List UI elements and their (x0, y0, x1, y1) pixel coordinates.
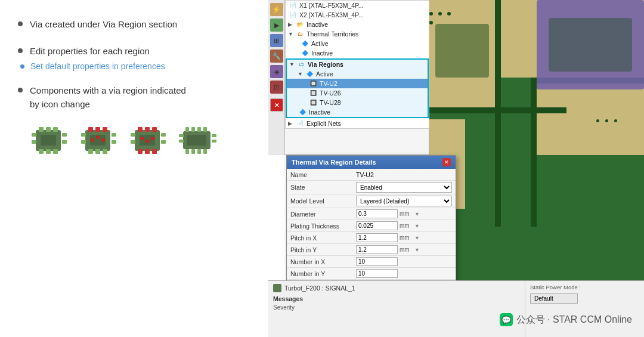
toolbar-icon-delete[interactable]: ✕ (270, 98, 283, 112)
svg-rect-53 (212, 134, 216, 137)
chip-icon-2 (79, 124, 118, 157)
tree-view: 📄 X1 [XTAL-F5X3M_4P... 📄 X2 [XTAL-F5X3M_… (285, 0, 429, 129)
svg-rect-47 (185, 149, 189, 154)
dialog-unit-pitchy: mm (400, 246, 414, 253)
dialog-unit-pitchx: mm (400, 234, 414, 241)
tree-icon-active2: 🔷 (305, 70, 314, 78)
wechat-icon: 💬 (500, 313, 513, 326)
tree-item-inactive3[interactable]: 🔷 Inactive (287, 107, 428, 117)
tree-item-active1[interactable]: 🔷 Active (286, 39, 429, 48)
watermark: 💬 公众号 · STAR CCM Online (500, 313, 632, 326)
dialog-row-pitchy: Pitch in Y mm ▼ (287, 244, 456, 256)
toolbar-icon-5[interactable]: ◈ (270, 65, 283, 78)
dialog-input-numx[interactable] (356, 257, 398, 266)
dialog-input-pitchy[interactable] (356, 245, 398, 254)
static-power-value[interactable]: Default (530, 293, 578, 304)
tree-item-active2[interactable]: ▼ 🔷 Active (287, 69, 428, 79)
bullet-text-1: Via created under Via Region section (30, 18, 177, 32)
svg-rect-17 (95, 149, 100, 154)
svg-rect-28 (138, 127, 143, 132)
dialog-input-pitchx[interactable] (356, 233, 398, 242)
tree-item-tv-u26[interactable]: 🔲 TV-U26 (287, 88, 428, 98)
signal-icon (273, 284, 281, 292)
svg-point-39 (140, 137, 144, 140)
dialog-input-numy[interactable] (356, 269, 398, 278)
dialog-row-model: Model Level Layered (Detailed) Simple (287, 194, 456, 208)
dialog-label-model: Model Level (290, 197, 356, 205)
tree-label-via: Via Regions (308, 61, 343, 68)
dialog-close-button[interactable]: ✕ (442, 158, 451, 166)
dialog-value-name: TV-U2 (356, 171, 452, 178)
svg-text:💬: 💬 (501, 315, 512, 325)
tree-label-tv-u28: TV-U28 (320, 99, 341, 106)
dialog-dropdown-plating[interactable]: ▼ (414, 223, 420, 229)
bullet-text-2: Edit properties for each region (30, 45, 150, 58)
tree-item-x2[interactable]: 📄 X2 [XTAL-F5X3M_4P... (286, 10, 429, 20)
svg-rect-49 (197, 149, 201, 154)
tree-item-explicit[interactable]: ▶ 📄 Explicit Nets (286, 119, 429, 128)
tree-item-tv-u28[interactable]: 🔲 TV-U28 (287, 98, 428, 107)
sub-bullet-dot (20, 64, 24, 69)
left-panel: Via created under Via Region section Edi… (18, 18, 274, 157)
svg-point-40 (145, 140, 149, 143)
svg-point-24 (91, 138, 94, 142)
right-panel: ⚡ ▶ ⊞ 🔧 ◈ ⊡ ✕ 📄 X1 [XTAL-F5X3M_4P... 📄 X… (268, 0, 644, 337)
svg-rect-51 (179, 134, 184, 137)
chip-icon-3 (129, 124, 168, 157)
dialog-label-diameter: Diameter (290, 211, 356, 218)
tree-item-x1[interactable]: 📄 X1 [XTAL-F5X3M_4P... (286, 1, 429, 10)
svg-rect-33 (152, 149, 157, 154)
expand-icon-active2: ▼ (298, 71, 304, 77)
tree-label-thermal: Thermal Territories (306, 30, 358, 38)
toolbar-icon-4[interactable]: 🔧 (270, 50, 283, 63)
dialog-title-bar: Thermal Via Region Details ✕ (287, 156, 456, 169)
bullet-dot (18, 21, 23, 26)
messages-filter-row: Severity (273, 304, 520, 311)
svg-rect-50 (203, 149, 207, 154)
dialog-label-pitchx: Pitch in X (290, 234, 356, 242)
toolbar-icon-6[interactable]: ⊡ (270, 81, 283, 94)
tree-item-via-regions[interactable]: ▼ 🗂 Via Regions (287, 60, 428, 69)
tree-label-x2: X2 [XTAL-F5X3M_4P... (299, 11, 364, 18)
svg-rect-6 (53, 149, 58, 154)
svg-rect-1 (39, 127, 44, 132)
tree-label-tv-u26: TV-U26 (320, 89, 341, 97)
svg-rect-31 (138, 149, 143, 154)
dialog-dropdown-pitchy[interactable]: ▼ (414, 247, 420, 253)
toolbar-icon-1[interactable]: ⚡ (270, 3, 283, 16)
tree-item-inactive1[interactable]: ▶ 📂 Inactive (286, 20, 429, 29)
dialog-label-pitchy: Pitch in Y (290, 246, 356, 253)
dialog-select-state[interactable]: Enabled Disabled (356, 182, 452, 193)
dialog-dropdown-pitchx[interactable]: ▼ (414, 235, 420, 241)
bullet-1: Via created under Via Region section (18, 18, 274, 32)
svg-rect-20 (81, 140, 86, 144)
signal-label: Turbot_F200 : SIGNAL_1 (284, 285, 355, 292)
dialog-input-plating[interactable] (356, 221, 398, 230)
svg-rect-36 (161, 133, 166, 137)
expand-icon-via: ▼ (289, 61, 295, 67)
svg-point-26 (101, 138, 105, 142)
svg-rect-44 (191, 127, 195, 132)
dialog-row-diameter: Diameter mm ▼ (287, 208, 456, 220)
expand-icon-thermal: ▼ (288, 31, 294, 37)
tree-item-thermal[interactable]: ▼ 🗂 Thermal Territories (286, 29, 429, 39)
svg-rect-18 (103, 149, 107, 154)
svg-rect-21 (112, 133, 116, 137)
svg-rect-35 (131, 140, 135, 144)
toolbar-icon-2[interactable]: ▶ (270, 18, 283, 32)
tree-icon-active1: 🔷 (300, 39, 309, 48)
tree-label-inactive3: Inactive (309, 109, 330, 116)
toolbar-icon-3[interactable]: ⊞ (270, 34, 283, 47)
tree-icon-thermal: 🗂 (295, 30, 305, 38)
dialog-input-diameter[interactable] (356, 209, 398, 218)
tree-item-tv-u2[interactable]: 🔲 TV-U2 (287, 79, 428, 88)
dialog-dropdown-diameter[interactable]: ▼ (414, 211, 420, 217)
expand-icon-inactive1: ▶ (288, 21, 294, 27)
dialog-select-model[interactable]: Layered (Detailed) Simple (356, 196, 452, 206)
sub-bullet-text: Set default properties in preferences (30, 61, 165, 71)
tree-icon-inactive3: 🔷 (298, 108, 307, 116)
tree-item-inactive2[interactable]: 🔷 Inactive (286, 48, 429, 58)
tree-icon-x2: 📄 (288, 11, 298, 19)
svg-rect-30 (152, 127, 157, 132)
bottom-left-panel: Turbot_F200 : SIGNAL_1 Messages Severity (268, 281, 525, 337)
